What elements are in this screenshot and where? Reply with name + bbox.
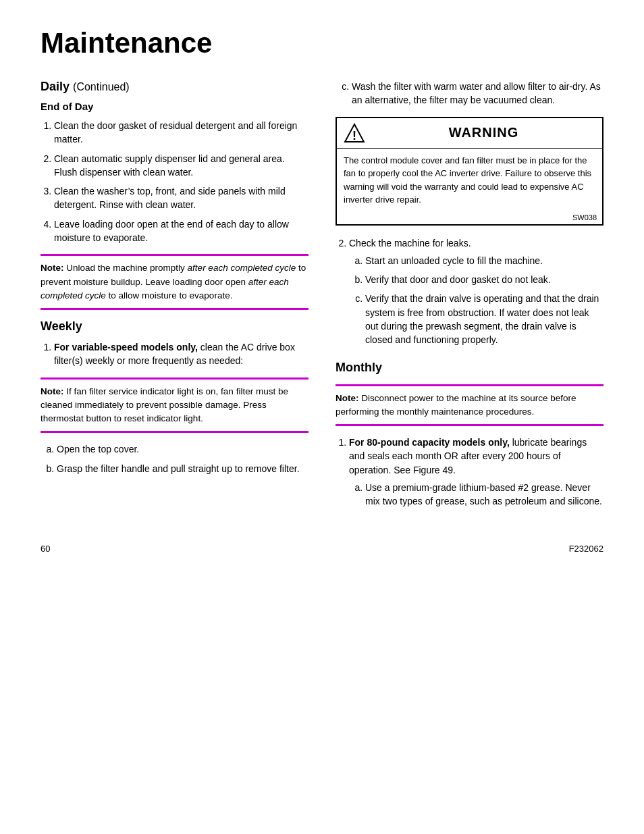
page-footer: 60 F232062 bbox=[41, 544, 603, 554]
list-item: Clean the washer’s top, front, and side … bbox=[54, 184, 308, 212]
warning-header: ! WARNING bbox=[337, 118, 602, 149]
list-item: For 80-pound capacity models only, lubri… bbox=[349, 436, 603, 508]
page-title: Maintenance bbox=[41, 27, 603, 59]
list-item: Verify that door and door gasket do not … bbox=[365, 273, 603, 286]
warning-box: ! WARNING The control module cover and f… bbox=[336, 117, 603, 226]
bold-text: For 80-pound capacity models only, bbox=[349, 437, 510, 448]
note-box-1: Note: Unload the machine promptly after … bbox=[41, 254, 308, 310]
weekly-heading: Weekly bbox=[41, 319, 308, 334]
daily-continued: (Continued) bbox=[73, 81, 130, 93]
note-text-2: If fan filter service indicator light is… bbox=[41, 386, 288, 424]
monthly-list: For 80-pound capacity models only, lubri… bbox=[336, 436, 603, 508]
list-item: Use a premium-grade lithium-based #2 gre… bbox=[365, 481, 603, 509]
svg-text:!: ! bbox=[352, 129, 356, 142]
list-item: Verify that the drain valve is operating… bbox=[365, 292, 603, 346]
bold-text: For variable-speed models only, bbox=[54, 342, 198, 353]
warning-icon: ! bbox=[344, 122, 365, 144]
end-of-day-heading: End of Day bbox=[41, 101, 308, 112]
note-box-2: Note: If fan filter service indicator li… bbox=[41, 377, 308, 434]
warning-code: SW038 bbox=[337, 212, 602, 224]
list-item: Clean automatic supply dispenser lid and… bbox=[54, 152, 308, 180]
monthly-heading: Monthly bbox=[336, 361, 603, 375]
check-machine-list: Check the machine for leaks. Start an un… bbox=[336, 236, 603, 347]
monthly-sub-list: Use a premium-grade lithium-based #2 gre… bbox=[349, 481, 603, 509]
warning-title: WARNING bbox=[372, 125, 595, 140]
left-column: Daily (Continued) End of Day Clean the d… bbox=[41, 80, 308, 517]
list-item: Clean the door gasket of residual deterg… bbox=[54, 119, 308, 147]
monthly-note-label: Note: bbox=[336, 393, 359, 403]
list-item: Check the machine for leaks. Start an un… bbox=[349, 236, 603, 347]
end-of-day-list: Clean the door gasket of residual deterg… bbox=[41, 119, 308, 244]
check-machine-sub-list: Start an unloaded cycle to fill the mach… bbox=[349, 254, 603, 347]
list-item: Open the top cover. bbox=[57, 442, 308, 456]
list-item: Grasp the filter handle and pull straigh… bbox=[57, 462, 308, 475]
warning-body: The control module cover and fan filter … bbox=[337, 149, 602, 212]
list-item: Leave loading door open at the end of ea… bbox=[54, 217, 308, 245]
list-item: Wash the filter with warm water and allo… bbox=[352, 80, 603, 107]
weekly-list: For variable-speed models only, clean th… bbox=[41, 340, 308, 368]
list-item: Start an unloaded cycle to fill the mach… bbox=[365, 254, 603, 267]
monthly-note-text: Disconnect power to the machine at its s… bbox=[336, 393, 576, 417]
right-column: Wash the filter with warm water and allo… bbox=[336, 80, 603, 517]
note-text: Unload the machine promptly after each c… bbox=[41, 263, 306, 301]
doc-number: F232062 bbox=[569, 544, 603, 554]
weekly-sub-list: Open the top cover. Grasp the filter han… bbox=[41, 442, 308, 475]
page-number: 60 bbox=[41, 544, 50, 554]
daily-label: Daily bbox=[41, 80, 70, 93]
list-item: For variable-speed models only, clean th… bbox=[54, 340, 308, 368]
monthly-note-box: Note: Disconnect power to the machine at… bbox=[336, 384, 603, 427]
note-label-2: Note: bbox=[41, 386, 64, 396]
note-label: Note: bbox=[41, 263, 64, 273]
right-alpha-list-top: Wash the filter with warm water and allo… bbox=[336, 80, 603, 107]
daily-heading: Daily (Continued) bbox=[41, 80, 308, 94]
